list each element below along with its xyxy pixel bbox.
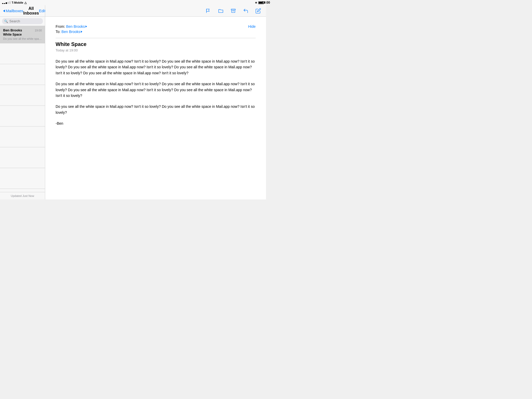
body-signature: -Ben <box>56 121 256 126</box>
email-body-preview: Do you see all the white space in Mail.a… <box>3 37 42 41</box>
signal-dots <box>2 1 11 4</box>
email-content: From: Ben Brooks To: Ben Brooks <box>45 17 266 200</box>
archive-icon <box>230 8 236 14</box>
body-paragraph-3: Do you see all the white space in Mail.a… <box>56 104 256 115</box>
email-from-to: From: Ben Brooks To: Ben Brooks <box>56 24 87 35</box>
hide-button[interactable]: Hide <box>248 24 256 29</box>
compose-button[interactable] <box>255 7 262 15</box>
body-paragraph-1: Do you see all the white space in Mail.a… <box>56 58 256 76</box>
email-subject-preview: White Space <box>3 33 42 36</box>
carrier-label: T-Mobile <box>12 1 23 4</box>
empty-list-item <box>0 168 45 189</box>
empty-list-item <box>0 127 45 147</box>
inbox-title: All Inboxes <box>23 6 39 16</box>
updated-footer: Updated Just Now <box>0 192 45 200</box>
email-list-item[interactable]: Ben Brooks 19:00 White Space Do you see … <box>0 26 45 43</box>
edit-button[interactable]: Edit <box>39 9 46 13</box>
email-date: Today at 19:00 <box>56 48 256 52</box>
email-time: 19:00 <box>35 29 42 32</box>
to-chevron-icon <box>81 31 82 33</box>
svg-rect-1 <box>231 9 236 10</box>
battery-icon <box>258 1 264 4</box>
from-row: From: Ben Brooks <box>56 24 87 29</box>
empty-list-item <box>0 85 45 106</box>
reply-icon <box>243 8 249 14</box>
empty-list-item <box>0 43 45 64</box>
flag-button[interactable] <box>205 7 212 15</box>
to-name: Ben Brooks <box>62 30 80 34</box>
folder-button[interactable] <box>217 7 224 15</box>
empty-list-item <box>0 106 45 127</box>
from-chevron-icon <box>85 25 87 28</box>
empty-list-item <box>0 147 45 168</box>
from-name: Ben Brooks <box>66 24 85 29</box>
search-container: 🔍 <box>0 17 45 26</box>
search-bar[interactable]: 🔍 <box>2 18 43 24</box>
mailboxes-label: Mailboxes <box>6 9 23 13</box>
reply-button[interactable] <box>242 7 249 15</box>
from-label: From: <box>56 24 65 29</box>
email-sender: Ben Brooks <box>3 28 22 32</box>
left-panel: Mailboxes All Inboxes Edit 🔍 Ben Brooks … <box>0 5 45 200</box>
email-body: Do you see all the white space in Mail.a… <box>56 58 256 127</box>
bluetooth-icon: ∗ <box>255 1 257 4</box>
to-label: To: <box>56 30 61 34</box>
email-meta: From: Ben Brooks To: Ben Brooks <box>56 24 256 35</box>
empty-list-item <box>0 64 45 85</box>
meta-divider <box>56 38 256 38</box>
back-chevron-icon <box>3 10 5 12</box>
email-list: Ben Brooks 19:00 White Space Do you see … <box>0 26 45 192</box>
search-icon: 🔍 <box>4 19 8 23</box>
status-bar-right: ∗ <box>255 1 264 4</box>
from-link[interactable]: Ben Brooks <box>66 24 87 29</box>
left-header: Mailboxes All Inboxes Edit <box>0 5 45 17</box>
email-item-header: Ben Brooks 19:00 <box>3 28 42 32</box>
toolbar <box>45 5 266 17</box>
compose-icon <box>255 8 261 14</box>
folder-icon <box>218 8 224 14</box>
body-paragraph-2: Do you see all the white space in Mail.a… <box>56 81 256 98</box>
right-panel: From: Ben Brooks To: Ben Brooks <box>45 5 266 200</box>
main-container: Mailboxes All Inboxes Edit 🔍 Ben Brooks … <box>0 5 266 200</box>
email-subject-heading: White Space <box>56 41 256 47</box>
status-bar: T-Mobile △ 19:00 ∗ <box>0 0 266 5</box>
mailboxes-button[interactable]: Mailboxes <box>3 9 23 13</box>
archive-button[interactable] <box>230 7 237 15</box>
to-link[interactable]: Ben Brooks <box>62 30 82 34</box>
status-bar-left: T-Mobile △ <box>2 1 26 4</box>
flag-icon <box>205 8 211 14</box>
to-row: To: Ben Brooks <box>56 30 87 34</box>
search-input[interactable] <box>9 19 41 23</box>
wifi-icon: △ <box>24 1 26 4</box>
